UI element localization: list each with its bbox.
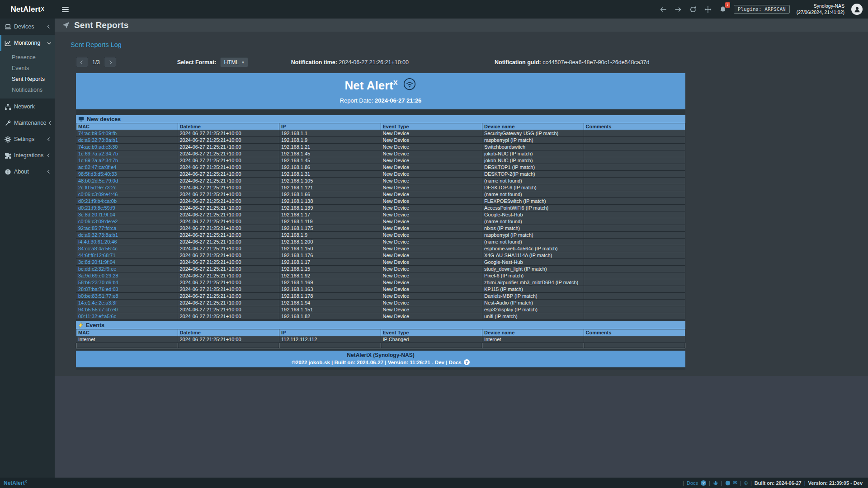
mac-link[interactable]: 3c:8d:20:f1:9f:04 xyxy=(76,259,178,266)
table-cell xyxy=(584,232,685,239)
table-cell: IP Changed xyxy=(381,336,482,343)
mac-link[interactable]: 3a:9d:69:e0:29:28 xyxy=(76,272,178,279)
mail-icon[interactable]: ✉ xyxy=(733,480,737,486)
mac-link[interactable]: 44:6f:f8:12:68:71 xyxy=(76,252,178,259)
table-cell: esphome-web-4a564c (IP match) xyxy=(482,245,584,252)
format-select[interactable]: HTML ▾ xyxy=(220,57,248,67)
mac-link[interactable]: 3c:8d:20:f1:9f:04 xyxy=(76,211,178,218)
mac-link[interactable]: 1c:69:7a:a2:34:7b xyxy=(76,157,178,164)
column-header: MAC xyxy=(76,329,178,336)
gear-icon xyxy=(5,136,11,143)
mac-link[interactable]: 98:5f:d3:d5:40:33 xyxy=(76,171,178,178)
mac-link[interactable]: 28:87:ba:76:ed:03 xyxy=(76,286,178,293)
docs-help-icon[interactable]: ? xyxy=(464,359,470,365)
docs-help-icon[interactable]: ? xyxy=(701,480,706,486)
table-cell: Daniels-MBP (IP match) xyxy=(482,293,584,300)
table-cell: 2024-06-27 21:25:21+10:00 xyxy=(178,279,279,286)
table-cell xyxy=(584,205,685,211)
forward-icon[interactable] xyxy=(674,5,682,14)
footer-docs-link[interactable]: Docs xyxy=(687,480,698,486)
caret-down-icon: ▾ xyxy=(242,60,244,65)
table-cell: 2024-06-27 21:25:21+10:00 xyxy=(178,232,279,239)
mac-link[interactable]: dc:a6:32:73:8a:b1 xyxy=(76,232,178,239)
table-cell xyxy=(584,144,685,150)
notifications-bell-icon[interactable]: 7 xyxy=(719,5,727,14)
table-cell: New Device xyxy=(381,272,482,279)
mac-link[interactable]: 48:b0:2d:5c:79:0d xyxy=(76,178,178,184)
puzzle-icon xyxy=(5,152,11,159)
table-cell: 192.168.1.31 xyxy=(279,171,381,178)
footer-built: Built on: 2024-06-27 xyxy=(755,480,802,486)
brand-logo[interactable]: NetAlertX xyxy=(0,0,55,19)
table-cell: 192.168.1.15 xyxy=(279,266,381,272)
mac-link[interactable]: bc:dd:c2:32:f9:ee xyxy=(76,266,178,272)
bug-report-icon[interactable] xyxy=(713,480,718,486)
sidebar-item-maintenance[interactable]: Maintenance xyxy=(0,115,55,131)
prev-page-button[interactable] xyxy=(76,57,88,67)
sidebar-item-devices[interactable]: Devices xyxy=(0,19,55,35)
sidebar-item-integrations[interactable]: Integrations xyxy=(0,147,55,164)
table-cell: 2024-06-27 21:25:21+10:00 xyxy=(178,137,279,144)
table-cell: raspberrypi (IP match) xyxy=(482,232,584,239)
mac-link[interactable]: c0:06:c3:09:e4:46 xyxy=(76,191,178,198)
footer-brand[interactable]: NetAlertX xyxy=(0,479,27,486)
table-row: 98:5f:d3:d5:40:332024-06-27 21:25:21+10:… xyxy=(76,171,685,178)
back-icon[interactable] xyxy=(659,5,667,14)
mac-link[interactable]: d0:21:f9:b4:ca:0b xyxy=(76,198,178,205)
mac-link[interactable]: 92:ac:85:77:fd:ca xyxy=(76,225,178,232)
table-cell: jokob-NUC (IP match) xyxy=(482,150,584,157)
table-row: 28:87:ba:76:ed:032024-06-27 21:25:21+10:… xyxy=(76,286,685,293)
mac-link[interactable]: ac:82:47:ca:0f:e4 xyxy=(76,164,178,171)
table-row: c0:06:c3:09:e4:462024-06-27 21:25:21+10:… xyxy=(76,191,685,198)
sidebar-item-network[interactable]: Network xyxy=(0,99,55,115)
table-cell: 192.168.1.151 xyxy=(279,306,381,313)
mac-link[interactable]: c0:06:c3:09:de:e2 xyxy=(76,218,178,225)
sidebar-item-presence[interactable]: Presence xyxy=(0,52,55,63)
next-page-button[interactable] xyxy=(104,57,116,67)
sidebar-item-events[interactable]: Events xyxy=(0,63,55,74)
github-icon[interactable] xyxy=(725,480,731,486)
device-monitor-icon xyxy=(78,116,84,122)
sidebar-item-sent-reports[interactable]: Sent Reports xyxy=(0,74,55,84)
table-cell xyxy=(584,300,685,306)
avatar[interactable] xyxy=(851,4,863,15)
mac-link[interactable]: d0:21:f9:8c:59:f9 xyxy=(76,205,178,211)
table-row: 58:b6:23:70:d6:b42024-06-27 21:25:21+10:… xyxy=(76,279,685,286)
mac-link[interactable]: 58:b6:23:70:d6:b4 xyxy=(76,279,178,286)
plugins-badge[interactable]: Plugins: ARPSCAN xyxy=(734,5,790,14)
table-cell: 192.168.1.119 xyxy=(279,218,381,225)
table-cell: 192.168.1.82 xyxy=(279,313,381,320)
table-cell: SecurityGateway-USG (IP match) xyxy=(482,130,584,137)
table-cell: 112.112.112.112 xyxy=(279,336,381,343)
host-name: Synology-NAS xyxy=(797,3,844,9)
sent-reports-log-link[interactable]: Sent Reports Log xyxy=(71,41,122,48)
copyright-icon[interactable]: © xyxy=(744,480,748,486)
mac-link[interactable]: 14:c1:4e:2e:a3:3f xyxy=(76,300,178,306)
sidebar-item-about[interactable]: About xyxy=(0,164,55,180)
move-icon[interactable] xyxy=(704,5,712,14)
mac-link[interactable]: b0:be:83:51:77:e8 xyxy=(76,293,178,300)
mac-link[interactable]: 74:ac:b9:54:09:fb xyxy=(76,130,178,137)
mac-link[interactable]: 2c:f0:5d:9e:73:2c xyxy=(76,184,178,191)
sidebar-toggle-button[interactable] xyxy=(55,0,75,19)
report-title-text: Net Alert xyxy=(345,79,393,92)
table-cell: 192.168.1.121 xyxy=(279,184,381,191)
mac-link[interactable]: f4:4d:30:61:20:46 xyxy=(76,239,178,245)
footer-version: Version: 21:39:05 - Dev xyxy=(808,480,863,486)
mac-link[interactable]: 94:b5:55:c7:cb:e0 xyxy=(76,306,178,313)
mac-link[interactable]: 00:11:32:ef:a5:6c xyxy=(76,313,178,320)
monitoring-submenu: Presence Events Sent Reports Notificatio… xyxy=(0,51,55,99)
sidebar-item-notifications[interactable]: Notifications xyxy=(0,84,55,95)
table-cell: 192.168.1.105 xyxy=(279,178,381,184)
content-body: Sent Reports Log 1/3 Select Format: HTML… xyxy=(55,32,868,376)
chevron-left-icon xyxy=(47,154,51,157)
mac-link[interactable]: 84:cc:a8:4a:56:4c xyxy=(76,245,178,252)
sidebar-item-settings[interactable]: Settings xyxy=(0,131,55,147)
mac-link[interactable]: 1c:69:7a:a2:34:7b xyxy=(76,150,178,157)
report-title-sup: X xyxy=(393,79,398,86)
sidebar-item-monitoring[interactable]: Monitoring xyxy=(0,35,55,51)
refresh-icon[interactable] xyxy=(689,5,697,14)
mac-link[interactable]: 74:ac:b9:ad:c3:30 xyxy=(76,144,178,150)
table-cell: 192.168.1.45 xyxy=(279,157,381,164)
mac-link[interactable]: dc:a6:32:73:8a:b1 xyxy=(76,137,178,144)
